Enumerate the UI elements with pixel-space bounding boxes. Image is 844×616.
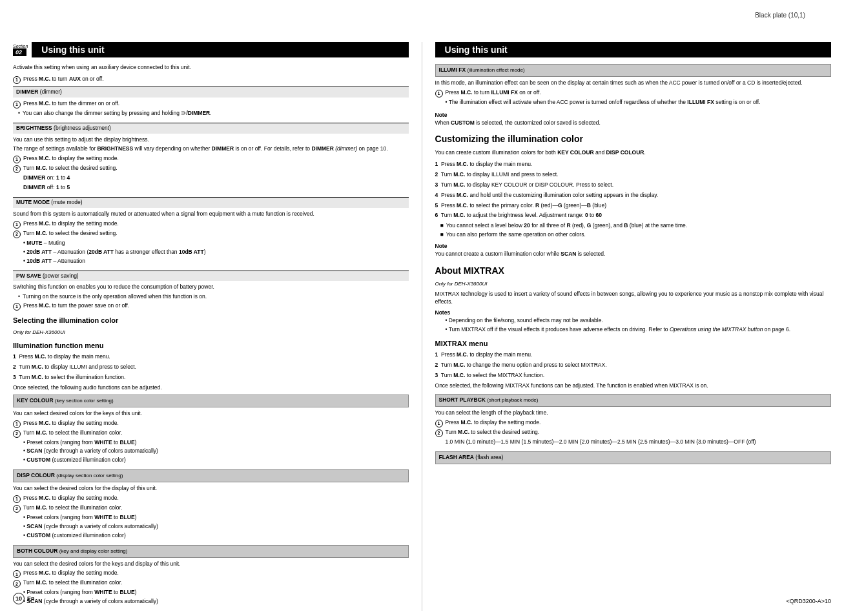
dimmer-bullet: • You can also change the dimmer setting… (13, 110, 409, 118)
cust-illum-title: Customizing the illumination color (435, 133, 831, 146)
short-playbck-content: You can select the length of the playbac… (435, 409, 831, 446)
illum-menu-title: Illumination function menu (13, 341, 409, 351)
pw-save-label: PW SAVE (power saving) (13, 271, 409, 282)
cust-step3: 3 Turn M.C. to display KEY COLOUR or DIS… (435, 181, 831, 189)
right-section-title: Using this unit (435, 42, 831, 57)
mixtrax-step3: 3 Turn M.C. to select the MIXTRAX functi… (435, 372, 831, 380)
mixtrax-step1: 1 Press M.C. to display the main menu. (435, 351, 831, 359)
sel-illum-only: Only for DEH-X3600UI (13, 329, 409, 336)
disp-colour-content: You can select the desired colors for th… (13, 485, 409, 540)
key-colour-content: You can select desired colors for the ke… (13, 410, 409, 465)
footer-code: <QRD3200-A>10 (786, 598, 831, 604)
mute-label: MUTE MODE (mute mode) (13, 197, 409, 208)
dimmer-label: DIMMER (dimmer) (13, 87, 409, 98)
cust-sub1: ■ You cannot select a level below 20 for… (435, 222, 831, 230)
cust-step5: 5 Press M.C. to select the primary color… (435, 202, 831, 210)
mute-num-1: 1 (13, 221, 21, 229)
mute-content: Sound from this system is automatically … (13, 210, 409, 265)
left-column: Section 02 Using this unit Activate this… (13, 42, 422, 611)
notes-box: Notes Depending on the file/song, sound … (435, 309, 831, 334)
note-box-1: Note When CUSTOM is selected, the custom… (435, 112, 831, 127)
about-mixtrax-only: Only for DEH-X3600UI (435, 280, 831, 287)
disp-colour-box: DISP COLOUR (display section color setti… (13, 469, 409, 482)
brightness-label: BRIGHTNESS (brightness adjustment) (13, 123, 409, 134)
pw-save-num-1: 1 (13, 303, 21, 311)
illumi-fx-box: ILLUMI FX (illumination effect mode) (435, 64, 831, 77)
flash-area-box: FLASH AREA (flash area) (435, 451, 831, 464)
short-playbck-box: SHORT PLAYBCK (short playback mode) (435, 394, 831, 407)
cust-sub2: ■ You can also perform the same operatio… (435, 231, 831, 239)
section-label: Section (13, 44, 28, 48)
cust-step1: 1 Press M.C. to display the main menu. (435, 161, 831, 169)
dimmer-content: 1 Press M.C. to turn the dimmer on or of… (13, 100, 409, 118)
mixtrax-step2: 2 Turn M.C. to change the menu option an… (435, 362, 831, 369)
both-colour-box: BOTH COLOUR (key and display color setti… (13, 545, 409, 558)
intro-text: Activate this setting when using an auxi… (13, 64, 409, 72)
brightness-num-1: 1 (13, 156, 21, 163)
illum-step3: 3 Turn M.C. to select the illumination f… (13, 374, 409, 382)
note-box-2: Note You cannot create a custom illumina… (435, 243, 831, 258)
both-colour-content: You can select the desired colors for th… (13, 560, 409, 606)
dimmer-num-1: 1 (13, 101, 21, 108)
plate-text: Black plate (10,1) (755, 12, 805, 19)
key-colour-box: KEY COLOUR (key section color setting) (13, 395, 409, 407)
pw-save-content: Switching this function on enables you t… (13, 283, 409, 311)
cust-step4: 4 Press M.C. and hold until the customiz… (435, 192, 831, 200)
mute-num-2: 2 (13, 231, 21, 238)
mixtrax-menu-title: MIXTRAX menu (435, 339, 831, 349)
about-mixtrax-title: About MIXTRAX (435, 265, 831, 278)
illum-step1: 1 Press M.C. to display the main menu. (13, 353, 409, 361)
left-section-title: Using this unit (32, 42, 408, 57)
num-1: 1 (13, 76, 21, 84)
section-badge: 02 (13, 48, 26, 56)
pw-save-bullet: • Turning on the source is the only oper… (13, 293, 409, 301)
page-number: 10 (13, 593, 25, 604)
page-footer: 10 En (13, 593, 35, 604)
right-section-header: Using this unit (435, 42, 831, 57)
sel-illum-title: Selecting the illumination color (13, 316, 409, 325)
cust-step6: 6 Turn M.C. to adjust the brightness lev… (435, 212, 831, 220)
illum-step2: 2 Turn M.C. to display ILLUMI and press … (13, 364, 409, 371)
footer-lang: En (27, 595, 35, 602)
press-mc-aux: 1 Press M.C. to turn AUX on or off. (13, 76, 409, 84)
left-section-header: Section 02 Using this unit (13, 42, 409, 57)
cust-step2: 2 Turn M.C. to display ILLUMI and press … (435, 171, 831, 179)
brightness-num-2: 2 (13, 165, 21, 173)
illumi-fx-content: In this mode, an illumination effect can… (435, 79, 831, 107)
brightness-content: You can use this setting to adjust the d… (13, 136, 409, 192)
right-column: Using this unit ILLUMI FX (illumination … (422, 42, 831, 611)
